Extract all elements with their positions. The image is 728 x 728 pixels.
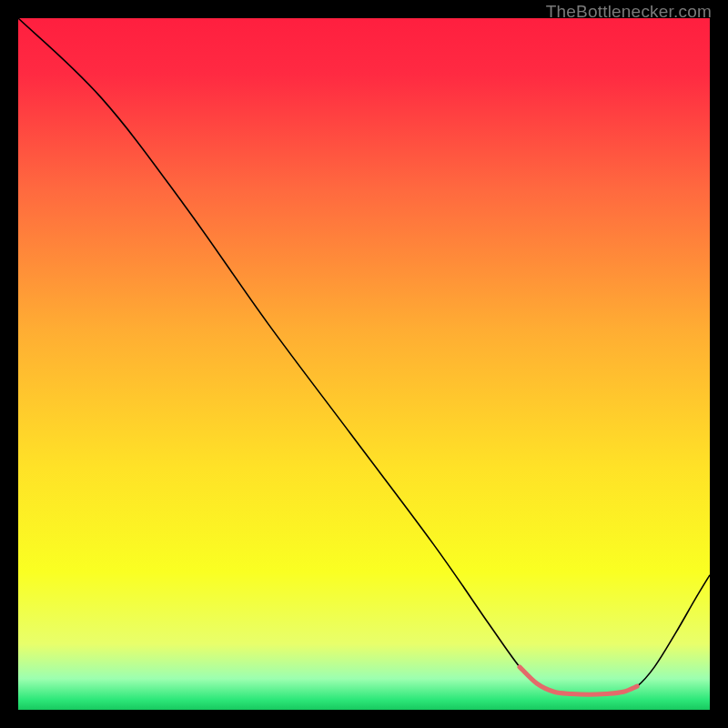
chart-frame: TheBottlenecker.com bbox=[0, 0, 728, 728]
bottleneck-chart bbox=[18, 18, 710, 710]
